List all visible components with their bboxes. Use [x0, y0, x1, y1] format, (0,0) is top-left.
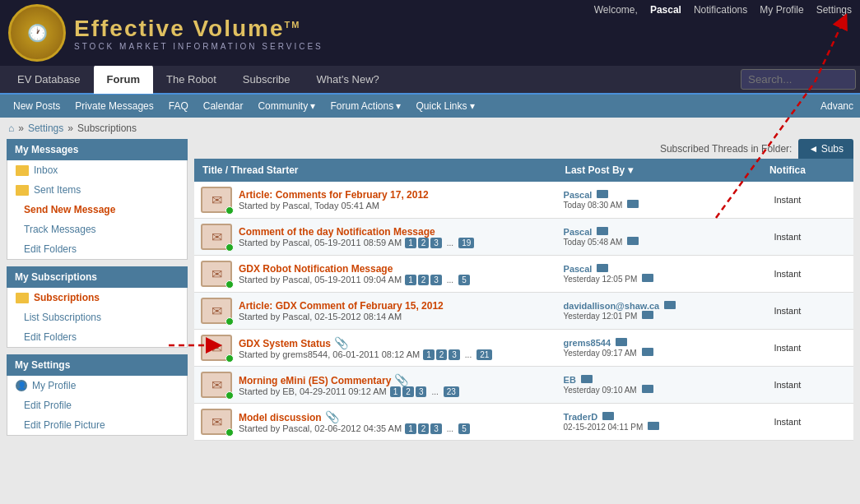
page-link[interactable]: 1: [423, 349, 435, 360]
tab-whats-new[interactable]: What's New?: [304, 65, 393, 94]
settings-link[interactable]: Settings: [816, 4, 852, 16]
page-link[interactable]: 1: [405, 423, 416, 434]
sidebar-my-messages: My Messages Inbox Sent Items Send New Me…: [7, 139, 188, 260]
notifications-link[interactable]: Notifications: [694, 4, 747, 16]
last-post-go-icon[interactable]: [642, 348, 653, 356]
last-post-user-link[interactable]: davidallison@shaw.ca: [564, 301, 660, 311]
search-input[interactable]: [741, 69, 856, 90]
thread-title-link[interactable]: Model discussion: [239, 412, 322, 423]
go-post-icon[interactable]: [602, 412, 614, 420]
notification-type: Instant: [774, 306, 801, 316]
last-post-user-link[interactable]: TraderD: [564, 412, 598, 422]
page-link[interactable]: 3: [449, 349, 460, 360]
page-link[interactable]: 19: [458, 238, 474, 248]
last-post-go-icon[interactable]: [627, 237, 639, 245]
tab-subscribe[interactable]: Subscribe: [230, 65, 304, 94]
edit-profile-link[interactable]: Edit Profile: [24, 400, 72, 411]
page-link[interactable]: 21: [476, 349, 492, 360]
last-post-user-link[interactable]: grems8544: [564, 338, 611, 348]
thread-icon: [201, 409, 232, 435]
breadcrumb-home[interactable]: ⌂: [8, 123, 14, 134]
page-link[interactable]: 23: [444, 386, 459, 397]
page-link[interactable]: 5: [458, 275, 470, 285]
edit-folders-link[interactable]: Edit Folders: [24, 243, 77, 255]
thread-title-link[interactable]: Article: GDX Comment of February 15, 201…: [239, 300, 444, 312]
page-link[interactable]: 1: [405, 275, 416, 285]
page-ellipsis: ...: [444, 275, 457, 285]
thread-icon: [201, 335, 232, 361]
subnav-new-posts[interactable]: New Posts: [7, 97, 67, 115]
page-link[interactable]: 2: [418, 275, 430, 285]
edit-folders2-link[interactable]: Edit Folders: [24, 331, 77, 343]
page-link[interactable]: 2: [402, 386, 414, 397]
last-post-go-icon[interactable]: [642, 385, 653, 393]
sidebar-item-track: Track Messages: [7, 220, 187, 239]
new-dot: [225, 428, 234, 437]
sent-items-link[interactable]: Sent Items: [34, 184, 81, 196]
tab-forum[interactable]: Forum: [94, 65, 153, 94]
go-post-icon[interactable]: [597, 227, 608, 235]
thread-title-link[interactable]: Morning eMini (ES) Commentary: [239, 375, 391, 386]
my-profile-sidebar-link[interactable]: My Profile: [32, 380, 76, 391]
subnav-calendar[interactable]: Calendar: [197, 97, 250, 115]
page-link[interactable]: 2: [436, 349, 448, 360]
go-post-icon[interactable]: [597, 190, 608, 198]
page-ellipsis: ...: [428, 386, 441, 397]
breadcrumb-settings[interactable]: Settings: [28, 123, 63, 134]
table-row: Morning eMini (ES) Commentary📎 Started b…: [194, 367, 853, 404]
page-link[interactable]: 3: [430, 275, 442, 285]
thread-title-link[interactable]: GDX System Status: [239, 338, 331, 349]
go-post-icon[interactable]: [597, 264, 608, 272]
page-link[interactable]: 1: [405, 238, 416, 248]
page-link[interactable]: 3: [416, 386, 427, 397]
page-link[interactable]: 1: [390, 386, 402, 397]
go-post-icon[interactable]: [664, 301, 676, 309]
track-messages-link[interactable]: Track Messages: [24, 224, 96, 235]
sidebar-item-my-profile: 👤 My Profile: [7, 376, 187, 395]
logo-clock: 🕐: [8, 4, 66, 62]
thread-starter: Started by grems8544, 06-01-2011 08:12 A…: [239, 349, 551, 360]
thread-title-link[interactable]: GDX Robot Notification Message: [239, 263, 393, 275]
tab-the-robot[interactable]: The Robot: [153, 65, 230, 94]
logo-text: Effective VolumeTM STOCK MARKET INFORMAT…: [74, 16, 323, 51]
breadcrumb-sep2: »: [67, 123, 73, 134]
last-post-user-link[interactable]: EB: [564, 375, 576, 385]
page-link[interactable]: 2: [418, 423, 430, 434]
subnav-private-messages[interactable]: Private Messages: [68, 97, 160, 115]
tab-ev-database[interactable]: EV Database: [4, 65, 94, 94]
edit-profile-picture-link[interactable]: Edit Profile Picture: [24, 419, 105, 431]
subnav-faq[interactable]: FAQ: [162, 97, 195, 115]
send-new-message-link[interactable]: Send New Message: [24, 204, 115, 215]
sidebar-my-settings-header: My Settings: [7, 354, 188, 376]
subscriptions-link[interactable]: Subscriptions: [34, 292, 100, 303]
last-post-user-link[interactable]: Pascal: [564, 227, 593, 237]
page-link[interactable]: 5: [458, 423, 470, 434]
last-post-user-link[interactable]: Pascal: [564, 190, 593, 200]
list-subscriptions-link[interactable]: List Subscriptions: [24, 312, 101, 323]
sub-tab-subs[interactable]: ◄ Subs: [798, 139, 853, 159]
subnav-forum-actions[interactable]: Forum Actions ▾: [323, 97, 407, 115]
last-post: Pascal Yesterday 12:05 PM: [564, 264, 715, 284]
subnav-quick-links[interactable]: Quick Links ▾: [410, 97, 481, 115]
last-post: Pascal Today 08:30 AM: [564, 190, 715, 210]
page-link[interactable]: 3: [430, 423, 442, 434]
last-post-user-link[interactable]: Pascal: [564, 264, 593, 274]
subnav-community[interactable]: Community ▾: [251, 97, 322, 115]
last-post-go-icon[interactable]: [648, 422, 659, 430]
go-post-icon[interactable]: [616, 338, 627, 346]
table-row: Model discussion📎 Started by Pascal, 02-…: [194, 404, 853, 441]
notification-cell: Instant: [722, 182, 853, 219]
page-link[interactable]: 3: [430, 238, 442, 248]
inbox-link[interactable]: Inbox: [34, 164, 58, 176]
sidebar-my-settings: My Settings 👤 My Profile Edit Profile Ed…: [7, 354, 188, 436]
last-post-go-icon[interactable]: [627, 200, 639, 208]
thread-title-link[interactable]: Comment of the day Notification Message: [239, 226, 435, 238]
go-post-icon[interactable]: [581, 375, 593, 383]
thread-title-link[interactable]: Article: Comments for February 17, 2012: [239, 189, 429, 201]
last-post: grems8544 Yesterday 09:17 AM: [564, 338, 715, 358]
last-post-go-icon[interactable]: [642, 274, 653, 282]
page-link[interactable]: 2: [418, 238, 430, 248]
last-post-go-icon[interactable]: [642, 311, 653, 319]
last-post-cell: Pascal Yesterday 12:05 PM: [557, 256, 722, 293]
my-profile-link[interactable]: My Profile: [760, 4, 803, 16]
